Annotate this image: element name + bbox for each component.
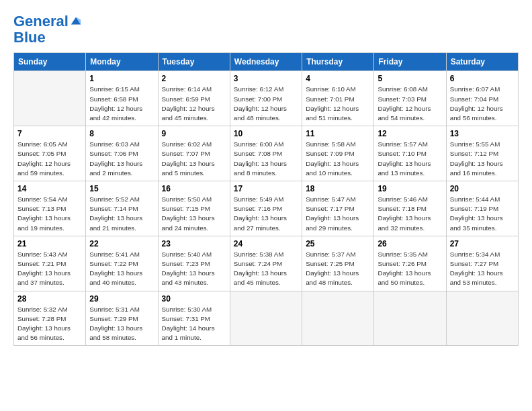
day-info: Sunrise: 5:44 AMSunset: 7:19 PMDaylight:…	[450, 195, 515, 233]
weekday-header: Friday	[374, 53, 446, 71]
day-number: 9	[162, 129, 226, 138]
day-info: Sunrise: 5:37 AMSunset: 7:25 PMDaylight:…	[306, 250, 370, 288]
day-number: 8	[89, 129, 154, 138]
day-info: Sunrise: 5:41 AMSunset: 7:22 PMDaylight:…	[89, 250, 154, 288]
calendar-cell: 17Sunrise: 5:49 AMSunset: 7:16 PMDayligh…	[230, 181, 302, 236]
day-info: Sunrise: 5:58 AMSunset: 7:09 PMDaylight:…	[306, 140, 370, 178]
calendar-cell: 3Sunrise: 6:12 AMSunset: 7:00 PMDaylight…	[230, 71, 302, 126]
weekday-header: Tuesday	[158, 53, 230, 71]
day-info: Sunrise: 6:03 AMSunset: 7:06 PMDaylight:…	[89, 140, 154, 178]
weekday-header: Saturday	[446, 53, 518, 71]
calendar-cell	[302, 291, 374, 346]
weekday-header: Wednesday	[230, 53, 302, 71]
day-info: Sunrise: 6:05 AMSunset: 7:05 PMDaylight:…	[17, 140, 82, 178]
day-info: Sunrise: 5:40 AMSunset: 7:23 PMDaylight:…	[162, 250, 226, 288]
day-info: Sunrise: 5:34 AMSunset: 7:27 PMDaylight:…	[450, 250, 515, 288]
day-number: 14	[17, 184, 82, 193]
day-number: 29	[89, 294, 154, 304]
day-number: 6	[450, 74, 515, 83]
calendar-cell: 12Sunrise: 5:57 AMSunset: 7:10 PMDayligh…	[374, 126, 446, 181]
day-info: Sunrise: 5:32 AMSunset: 7:28 PMDaylight:…	[17, 305, 82, 343]
day-info: Sunrise: 6:07 AMSunset: 7:04 PMDaylight:…	[450, 85, 515, 123]
calendar-cell: 29Sunrise: 5:31 AMSunset: 7:29 PMDayligh…	[86, 291, 158, 346]
calendar-table: SundayMondayTuesdayWednesdayThursdayFrid…	[13, 52, 519, 346]
day-info: Sunrise: 5:46 AMSunset: 7:18 PMDaylight:…	[378, 195, 442, 233]
calendar-cell: 30Sunrise: 5:30 AMSunset: 7:31 PMDayligh…	[158, 291, 230, 346]
day-number: 12	[378, 129, 442, 138]
day-info: Sunrise: 6:15 AMSunset: 6:58 PMDaylight:…	[89, 85, 154, 123]
logo-icon	[70, 15, 82, 27]
day-info: Sunrise: 5:50 AMSunset: 7:15 PMDaylight:…	[162, 195, 226, 233]
day-info: Sunrise: 5:35 AMSunset: 7:26 PMDaylight:…	[378, 250, 442, 288]
calendar-cell: 19Sunrise: 5:46 AMSunset: 7:18 PMDayligh…	[374, 181, 446, 236]
day-number: 27	[450, 239, 515, 248]
day-info: Sunrise: 6:10 AMSunset: 7:01 PMDaylight:…	[306, 85, 370, 123]
day-number: 24	[234, 239, 298, 248]
day-info: Sunrise: 5:52 AMSunset: 7:14 PMDaylight:…	[89, 195, 154, 233]
calendar-cell: 20Sunrise: 5:44 AMSunset: 7:19 PMDayligh…	[446, 181, 518, 236]
day-info: Sunrise: 5:57 AMSunset: 7:10 PMDaylight:…	[378, 140, 442, 178]
day-number: 21	[17, 239, 82, 248]
calendar-cell: 24Sunrise: 5:38 AMSunset: 7:24 PMDayligh…	[230, 236, 302, 291]
day-info: Sunrise: 5:30 AMSunset: 7:31 PMDaylight:…	[162, 305, 226, 343]
day-number: 5	[378, 74, 442, 83]
calendar-cell: 21Sunrise: 5:43 AMSunset: 7:21 PMDayligh…	[14, 236, 86, 291]
day-info: Sunrise: 5:49 AMSunset: 7:16 PMDaylight:…	[234, 195, 298, 233]
day-number: 18	[306, 184, 370, 193]
calendar-cell: 2Sunrise: 6:14 AMSunset: 6:59 PMDaylight…	[158, 71, 230, 126]
calendar-cell: 15Sunrise: 5:52 AMSunset: 7:14 PMDayligh…	[86, 181, 158, 236]
day-number: 30	[162, 294, 226, 304]
day-number: 13	[450, 129, 515, 138]
calendar-cell: 22Sunrise: 5:41 AMSunset: 7:22 PMDayligh…	[86, 236, 158, 291]
calendar-cell: 7Sunrise: 6:05 AMSunset: 7:05 PMDaylight…	[14, 126, 86, 181]
logo: General Blue	[13, 13, 82, 46]
calendar-cell	[14, 71, 86, 126]
day-number: 22	[89, 239, 154, 248]
calendar-cell: 8Sunrise: 6:03 AMSunset: 7:06 PMDaylight…	[86, 126, 158, 181]
calendar-cell: 11Sunrise: 5:58 AMSunset: 7:09 PMDayligh…	[302, 126, 374, 181]
calendar-cell	[446, 291, 518, 346]
day-info: Sunrise: 6:00 AMSunset: 7:08 PMDaylight:…	[234, 140, 298, 178]
calendar-cell: 28Sunrise: 5:32 AMSunset: 7:28 PMDayligh…	[14, 291, 86, 346]
day-number: 10	[234, 129, 298, 138]
day-info: Sunrise: 6:08 AMSunset: 7:03 PMDaylight:…	[378, 85, 442, 123]
day-number: 3	[234, 74, 298, 83]
day-info: Sunrise: 5:38 AMSunset: 7:24 PMDaylight:…	[234, 250, 298, 288]
weekday-header: Thursday	[302, 53, 374, 71]
calendar-cell: 25Sunrise: 5:37 AMSunset: 7:25 PMDayligh…	[302, 236, 374, 291]
calendar-cell: 13Sunrise: 5:55 AMSunset: 7:12 PMDayligh…	[446, 126, 518, 181]
day-number: 16	[162, 184, 226, 193]
calendar-cell: 1Sunrise: 6:15 AMSunset: 6:58 PMDaylight…	[86, 71, 158, 126]
weekday-header: Sunday	[14, 53, 86, 71]
day-number: 19	[378, 184, 442, 193]
calendar-cell: 10Sunrise: 6:00 AMSunset: 7:08 PMDayligh…	[230, 126, 302, 181]
calendar-cell: 23Sunrise: 5:40 AMSunset: 7:23 PMDayligh…	[158, 236, 230, 291]
day-info: Sunrise: 5:31 AMSunset: 7:29 PMDaylight:…	[89, 305, 154, 343]
day-info: Sunrise: 5:54 AMSunset: 7:13 PMDaylight:…	[17, 195, 82, 233]
day-number: 26	[378, 239, 442, 248]
calendar-cell: 14Sunrise: 5:54 AMSunset: 7:13 PMDayligh…	[14, 181, 86, 236]
day-number: 20	[450, 184, 515, 193]
calendar-cell: 27Sunrise: 5:34 AMSunset: 7:27 PMDayligh…	[446, 236, 518, 291]
day-number: 2	[162, 74, 226, 83]
calendar-cell	[230, 291, 302, 346]
day-number: 28	[17, 294, 82, 304]
calendar-cell: 9Sunrise: 6:02 AMSunset: 7:07 PMDaylight…	[158, 126, 230, 181]
calendar-cell: 6Sunrise: 6:07 AMSunset: 7:04 PMDaylight…	[446, 71, 518, 126]
day-info: Sunrise: 6:12 AMSunset: 7:00 PMDaylight:…	[234, 85, 298, 123]
day-info: Sunrise: 6:02 AMSunset: 7:07 PMDaylight:…	[162, 140, 226, 178]
calendar-cell	[374, 291, 446, 346]
day-number: 17	[234, 184, 298, 193]
calendar-cell: 16Sunrise: 5:50 AMSunset: 7:15 PMDayligh…	[158, 181, 230, 236]
calendar-header: SundayMondayTuesdayWednesdayThursdayFrid…	[14, 53, 519, 71]
weekday-header: Monday	[86, 53, 158, 71]
day-info: Sunrise: 5:43 AMSunset: 7:21 PMDaylight:…	[17, 250, 82, 288]
day-info: Sunrise: 6:14 AMSunset: 6:59 PMDaylight:…	[162, 85, 226, 123]
day-number: 25	[306, 239, 370, 248]
day-number: 11	[306, 129, 370, 138]
day-number: 15	[89, 184, 154, 193]
day-number: 4	[306, 74, 370, 83]
page-header: General Blue	[13, 13, 519, 46]
calendar-cell: 18Sunrise: 5:47 AMSunset: 7:17 PMDayligh…	[302, 181, 374, 236]
day-info: Sunrise: 5:55 AMSunset: 7:12 PMDaylight:…	[450, 140, 515, 178]
